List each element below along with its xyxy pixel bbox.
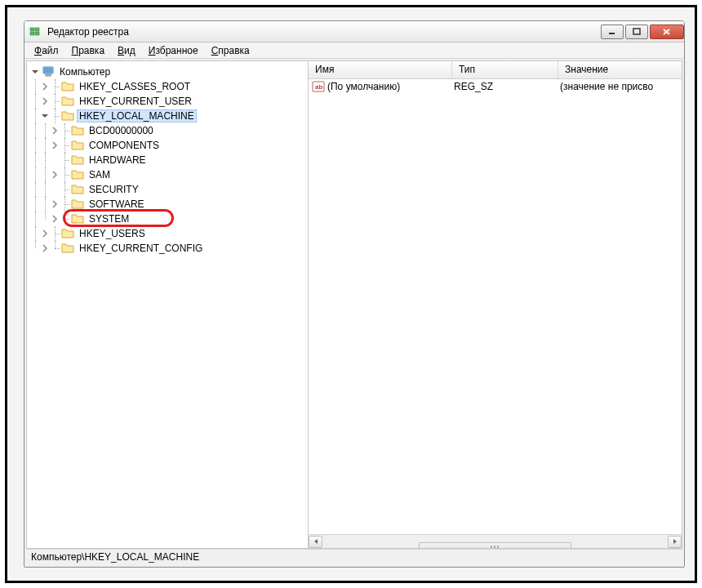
tree-label: SECURITY (87, 183, 141, 196)
tree-label: COMPONENTS (87, 139, 162, 152)
list-pane: Имя Тип Значение ab (По умолчанию) REG (309, 61, 682, 548)
tree-key-hardware[interactable]: HARDWARE (30, 153, 308, 167)
folder-icon (71, 168, 84, 181)
list-row[interactable]: ab (По умолчанию) REG_SZ (значение не пр… (309, 79, 682, 94)
expand-icon[interactable] (40, 243, 50, 253)
string-value-icon: ab (312, 80, 325, 93)
tree-label: HKEY_CURRENT_CONFIG (77, 242, 205, 255)
tree-label: SAM (87, 168, 113, 181)
cell-name: (По умолчанию) (327, 81, 454, 92)
scroll-thumb[interactable] (419, 542, 571, 549)
svg-rect-10 (46, 74, 51, 76)
menu-help[interactable]: Справка (205, 43, 256, 58)
folder-icon (71, 154, 84, 167)
expand-icon[interactable] (40, 229, 50, 238)
expand-icon[interactable] (50, 199, 60, 209)
folder-icon (71, 212, 84, 225)
folder-icon (61, 80, 74, 93)
tree-label: SOFTWARE (87, 198, 147, 211)
collapse-icon[interactable] (30, 67, 40, 77)
folder-icon (71, 198, 84, 211)
folder-icon (71, 139, 84, 152)
tree-pane[interactable]: Компьютер HKEY_CLASSES_ROOT (27, 61, 309, 548)
tree-key-security[interactable]: SECURITY (30, 182, 308, 197)
svg-rect-2 (30, 32, 34, 35)
svg-rect-1 (35, 28, 39, 31)
column-type[interactable]: Тип (452, 61, 558, 78)
svg-text:ab: ab (315, 83, 322, 91)
window-title: Редактор реестра (47, 26, 129, 38)
computer-icon (42, 65, 55, 78)
svg-rect-5 (633, 29, 640, 34)
expand-icon[interactable] (50, 140, 60, 150)
tree-key-system[interactable]: SYSTEM (30, 212, 308, 226)
tree-label: SYSTEM (87, 212, 131, 225)
folder-icon (71, 183, 84, 196)
svg-rect-0 (30, 28, 34, 31)
tree-key-bcd[interactable]: BCD00000000 (30, 123, 308, 138)
svg-rect-3 (35, 32, 39, 35)
tree-hive-hkcu[interactable]: HKEY_CURRENT_USER (30, 94, 308, 109)
folder-icon (61, 227, 74, 240)
tree-label: HKEY_CURRENT_USER (77, 95, 194, 108)
collapse-icon[interactable] (40, 111, 50, 121)
tree-label: HARDWARE (87, 154, 149, 167)
horizontal-scrollbar[interactable] (309, 534, 682, 548)
folder-icon (71, 124, 84, 137)
menu-edit[interactable]: Правка (65, 43, 112, 58)
expand-icon[interactable] (40, 96, 50, 106)
svg-rect-9 (44, 68, 52, 73)
list-body[interactable]: ab (По умолчанию) REG_SZ (значение не пр… (309, 79, 682, 534)
scroll-right-button[interactable] (668, 536, 682, 548)
list-header: Имя Тип Значение (309, 61, 682, 79)
titlebar: Редактор реестра (24, 21, 684, 42)
cell-value: (значение не присво (560, 81, 653, 92)
tree-key-software[interactable]: SOFTWARE (30, 197, 308, 212)
tree-label: Компьютер (57, 65, 113, 78)
expand-icon[interactable] (50, 126, 60, 136)
minimize-button[interactable] (601, 24, 624, 39)
tree-hive-hku[interactable]: HKEY_USERS (30, 226, 308, 241)
tree-key-components[interactable]: COMPONENTS (30, 138, 308, 153)
tree-key-sam[interactable]: SAM (30, 167, 308, 182)
tree-label-selected: HKEY_LOCAL_MACHINE (77, 109, 197, 122)
cell-type: REG_SZ (454, 81, 560, 92)
menu-view[interactable]: Вид (111, 43, 142, 58)
column-value[interactable]: Значение (558, 61, 682, 78)
tree-label: HKEY_USERS (77, 227, 148, 240)
menu-favorites[interactable]: Избранное (142, 43, 205, 58)
folder-icon (61, 109, 74, 122)
statusbar-path: Компьютер\HKEY_LOCAL_MACHINE (31, 551, 199, 563)
tree-label: HKEY_CLASSES_ROOT (77, 80, 193, 93)
tree-hive-hklm[interactable]: HKEY_LOCAL_MACHINE (30, 109, 308, 123)
folder-icon (61, 242, 74, 255)
app-icon (29, 25, 42, 38)
tree-hive-hkcc[interactable]: HKEY_CURRENT_CONFIG (30, 241, 308, 256)
tree-hive-hkcr[interactable]: HKEY_CLASSES_ROOT (30, 79, 308, 94)
menu-file[interactable]: Файл (28, 43, 65, 58)
folder-icon (61, 95, 74, 108)
client-area: Компьютер HKEY_CLASSES_ROOT (26, 60, 682, 549)
statusbar: Компьютер\HKEY_LOCAL_MACHINE (26, 549, 682, 565)
expand-icon[interactable] (40, 82, 50, 91)
close-button[interactable] (650, 24, 684, 39)
column-name[interactable]: Имя (309, 61, 452, 78)
expand-icon[interactable] (50, 170, 60, 180)
scroll-left-button[interactable] (309, 536, 322, 548)
expand-icon[interactable] (50, 214, 60, 224)
maximize-button[interactable] (625, 24, 648, 39)
registry-editor-window: Редактор реестра Файл Правка Вид Избранн… (24, 20, 685, 568)
tree-label: BCD00000000 (87, 124, 156, 137)
tree-root-computer[interactable]: Компьютер (30, 65, 308, 79)
menubar: Файл Правка Вид Избранное Справка (24, 42, 684, 59)
